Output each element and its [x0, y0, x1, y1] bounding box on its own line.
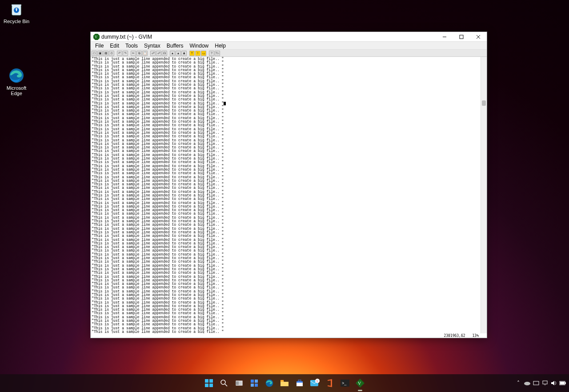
svg-rect-19	[255, 380, 258, 383]
tool-help-icon[interactable]: ?	[209, 51, 214, 56]
titlebar[interactable]: V dummy.txt (~) - GVIM	[91, 32, 487, 42]
tool-shell-icon[interactable]: ▲	[176, 51, 181, 56]
edge-label: Microsoft Edge	[7, 85, 27, 96]
tray-volume-icon[interactable]	[550, 380, 557, 387]
tray-chevron-up-icon[interactable]: ˄	[515, 380, 522, 387]
status-percent: 13%	[473, 334, 479, 338]
menu-help[interactable]: Help	[212, 42, 228, 49]
tray-network-icon[interactable]	[541, 380, 549, 387]
start-button[interactable]	[202, 376, 216, 390]
tool-copy-icon[interactable]: ⧉	[136, 51, 142, 56]
taskbar-edge[interactable]	[263, 376, 276, 390]
taskbar-mail[interactable]: 1	[308, 376, 321, 390]
menu-window[interactable]: Window	[187, 42, 212, 49]
status-position: 2301963,62	[444, 334, 465, 338]
gvim-window: V dummy.txt (~) - GVIM File Edit Tools S…	[90, 32, 487, 338]
taskbar-terminal[interactable]: >_	[338, 376, 352, 390]
svg-text:1: 1	[317, 380, 318, 383]
recycle-bin[interactable]: Recycle Bin	[1, 1, 32, 24]
svg-rect-35	[533, 381, 539, 385]
tool-replace-icon[interactable]: ☊	[162, 51, 167, 56]
svg-rect-12	[205, 384, 208, 387]
svg-point-14	[221, 380, 225, 384]
svg-text:V: V	[358, 381, 361, 386]
tool-findnext-icon[interactable]: ☍	[156, 51, 161, 56]
svg-rect-10	[205, 379, 208, 383]
minimize-button[interactable]	[436, 32, 453, 41]
taskbar-file-explorer[interactable]	[278, 376, 291, 390]
tool-ctags-icon[interactable]: ♟	[181, 51, 187, 56]
svg-rect-36	[543, 381, 547, 384]
svg-rect-26	[298, 380, 301, 381]
svg-rect-40	[560, 382, 565, 384]
taskbar: 1 >_ V ˄	[0, 374, 569, 392]
gvim-icon: V	[93, 34, 100, 40]
svg-line-15	[225, 384, 227, 386]
svg-text:V: V	[95, 35, 97, 39]
svg-point-34	[524, 382, 530, 385]
menu-buffers[interactable]: Buffers	[164, 42, 186, 49]
taskbar-store[interactable]	[293, 376, 306, 390]
tray-input-icon[interactable]	[533, 380, 540, 387]
tool-saveall-icon[interactable]: ▤	[103, 51, 108, 56]
svg-rect-13	[209, 384, 213, 387]
menu-edit[interactable]: Edit	[107, 42, 122, 49]
svg-rect-39	[565, 382, 566, 384]
tool-paste-icon[interactable]: 📋	[142, 51, 148, 56]
tool-script-icon[interactable]: ▭	[201, 51, 206, 56]
tool-find-icon[interactable]: ☍	[150, 51, 156, 56]
svg-text:>_: >_	[342, 381, 347, 385]
tool-save-icon[interactable]: ▣	[97, 51, 103, 56]
maximize-button[interactable]	[453, 32, 470, 41]
close-button[interactable]	[470, 32, 487, 41]
editor-text-area[interactable]: "This is just a sample line appended to …	[91, 57, 481, 333]
scrollbar-thumb[interactable]	[482, 100, 486, 106]
tray-battery-icon[interactable]	[559, 380, 566, 387]
tray-onedrive-icon[interactable]	[524, 380, 531, 387]
menu-file[interactable]: File	[92, 42, 106, 49]
microsoft-edge[interactable]: Microsoft Edge	[1, 68, 32, 96]
tool-cut-icon[interactable]: ✂	[131, 51, 136, 56]
menubar: File Edit Tools Syntax Buffers Window He…	[91, 42, 487, 50]
tool-help2-icon[interactable]: !	[195, 51, 200, 56]
tool-undo-icon[interactable]: ↶	[117, 51, 122, 56]
toolbar: ☖ ▣ ▤ ⎙ ↶ ↷ ✂ ⧉ 📋 ☍ ☍ ☊ ▲ ▲ ♟ T ! ▭ ? ?⌕	[91, 50, 487, 57]
tool-print-icon[interactable]: ⎙	[109, 51, 114, 56]
svg-rect-20	[251, 384, 254, 387]
svg-rect-23	[280, 380, 284, 382]
svg-rect-11	[209, 379, 213, 383]
tool-redo-icon[interactable]: ↷	[123, 51, 128, 56]
recycle-bin-icon	[8, 1, 24, 17]
statusbar: 2301963,62 13%	[91, 333, 487, 338]
vertical-scrollbar[interactable]	[481, 57, 487, 333]
svg-rect-2	[12, 4, 21, 6]
taskbar-gvim[interactable]: V	[353, 376, 367, 390]
svg-rect-18	[251, 380, 254, 383]
svg-rect-17	[236, 381, 239, 385]
window-title: dummy.txt (~) - GVIM	[101, 34, 436, 40]
tool-taglist-icon[interactable]: T	[189, 51, 195, 56]
tool-open-icon[interactable]: ☖	[92, 51, 97, 56]
search-button[interactable]	[217, 376, 231, 390]
tool-make-icon[interactable]: ▲	[170, 51, 175, 56]
widgets-button[interactable]	[248, 376, 261, 390]
menu-syntax[interactable]: Syntax	[141, 42, 163, 49]
edge-icon	[8, 68, 24, 84]
tool-search-help-icon[interactable]: ?⌕	[215, 51, 220, 56]
svg-rect-7	[460, 35, 463, 39]
taskbar-office[interactable]	[323, 376, 337, 390]
svg-rect-21	[255, 384, 258, 387]
taskview-button[interactable]	[232, 376, 246, 390]
recycle-bin-label: Recycle Bin	[4, 19, 29, 24]
menu-tools[interactable]: Tools	[123, 42, 140, 49]
